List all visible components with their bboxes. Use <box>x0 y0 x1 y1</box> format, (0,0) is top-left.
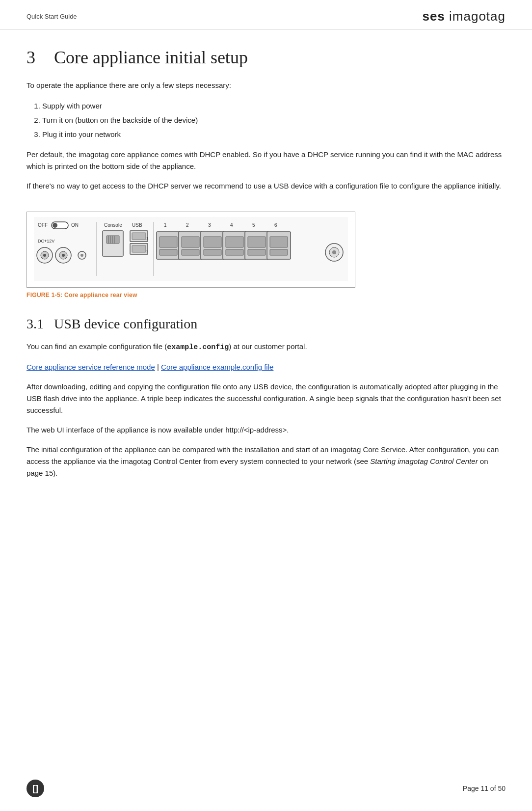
link-separator: | <box>155 363 161 371</box>
links-line: Core appliance service reference mode | … <box>27 361 505 373</box>
svg-rect-49 <box>248 237 266 247</box>
list-item: Supply with power <box>42 99 505 112</box>
svg-text:2: 2 <box>186 222 189 228</box>
section3-heading: 3 Core appliance initial setup <box>27 47 505 68</box>
svg-rect-46 <box>226 237 243 247</box>
svg-text:3: 3 <box>208 222 211 228</box>
para3-url: http://<ip-address> <box>225 426 287 434</box>
section3-para1: Per default, the imagotag core appliance… <box>27 149 505 172</box>
svg-rect-43 <box>204 237 221 247</box>
svg-text:5: 5 <box>252 222 255 228</box>
svg-text:DC+12V: DC+12V <box>38 239 54 243</box>
svg-text:OFF: OFF <box>38 222 48 228</box>
main-content: 3 Core appliance initial setup To operat… <box>0 29 532 526</box>
logo-imagotag: imagotag <box>445 9 505 24</box>
svg-rect-50 <box>248 249 266 255</box>
svg-rect-26 <box>132 245 146 252</box>
page-footer: [] Page 11 of 50 <box>0 780 532 797</box>
steps-list: Supply with power Turn it on (button on … <box>42 99 505 141</box>
list-item: Turn it on (button on the backside of th… <box>42 113 505 127</box>
document-type-label: Quick Start Guide <box>27 13 77 20</box>
footer-icon: [] <box>27 780 44 797</box>
svg-text:1: 1 <box>146 236 149 241</box>
para1-prefix: You can find an example configuration fi… <box>27 342 167 351</box>
svg-rect-47 <box>226 249 243 255</box>
section31-para1: You can find an example configuration fi… <box>27 341 505 353</box>
svg-rect-40 <box>182 237 199 247</box>
svg-text:4: 4 <box>230 222 233 228</box>
svg-point-3 <box>53 223 57 228</box>
link-service-reference[interactable]: Core appliance service reference mode <box>27 363 155 371</box>
svg-point-13 <box>80 254 83 257</box>
appliance-figure: OFF ON DC+12V <box>27 212 355 288</box>
section3-intro: To operate the appliance there are only … <box>27 80 505 91</box>
svg-rect-37 <box>160 237 177 247</box>
list-item: Plug it into your network <box>42 128 505 141</box>
svg-text:USB: USB <box>132 222 142 228</box>
svg-text:2: 2 <box>146 249 149 253</box>
svg-point-11 <box>62 254 65 257</box>
link-example-config[interactable]: Core appliance example.config file <box>161 363 273 371</box>
company-logo: ses imagotag <box>422 9 505 24</box>
svg-rect-44 <box>204 249 221 255</box>
para1-suffix: ) at our customer portal. <box>229 342 307 351</box>
page-container: Quick Start Guide ses imagotag 3 Core ap… <box>0 0 532 811</box>
para4-italic: Starting imagotag Control Center <box>370 457 478 465</box>
section31-title: USB device configuration <box>54 316 197 332</box>
figure-caption: FIGURE 1-5: Core appliance rear view <box>27 292 505 298</box>
svg-text:Console: Console <box>104 222 122 228</box>
svg-text:1: 1 <box>164 222 167 228</box>
section3-para2: If there's no way to get access to the D… <box>27 180 505 192</box>
appliance-diagram-svg: OFF ON DC+12V <box>34 217 348 281</box>
section3-number: 3 <box>27 47 54 68</box>
page-number: Page 11 of 50 <box>463 784 505 792</box>
svg-text:ON: ON <box>71 222 79 228</box>
svg-point-56 <box>332 250 336 254</box>
svg-rect-24 <box>132 233 146 240</box>
section31-number: 3.1 <box>27 316 54 332</box>
section31-para3: The web UI interface of the appliance is… <box>27 424 505 436</box>
svg-point-8 <box>43 254 46 257</box>
svg-text:6: 6 <box>274 222 277 228</box>
para3-suffix: . <box>287 426 289 434</box>
section31-heading: 3.1 USB device configuration <box>27 316 505 332</box>
svg-rect-53 <box>270 249 288 255</box>
section3-title: Core appliance initial setup <box>54 47 248 68</box>
para1-bold: example.config <box>167 343 229 351</box>
page-header: Quick Start Guide ses imagotag <box>0 0 532 29</box>
svg-rect-41 <box>182 249 199 255</box>
para3-prefix: The web UI interface of the appliance is… <box>27 426 225 434</box>
section31-para4: The initial configuration of the applian… <box>27 444 505 479</box>
section31-para2: After downloading, editing and copying t… <box>27 381 505 416</box>
svg-rect-52 <box>270 237 288 247</box>
svg-rect-38 <box>160 249 177 255</box>
logo-ses: ses <box>422 9 445 24</box>
